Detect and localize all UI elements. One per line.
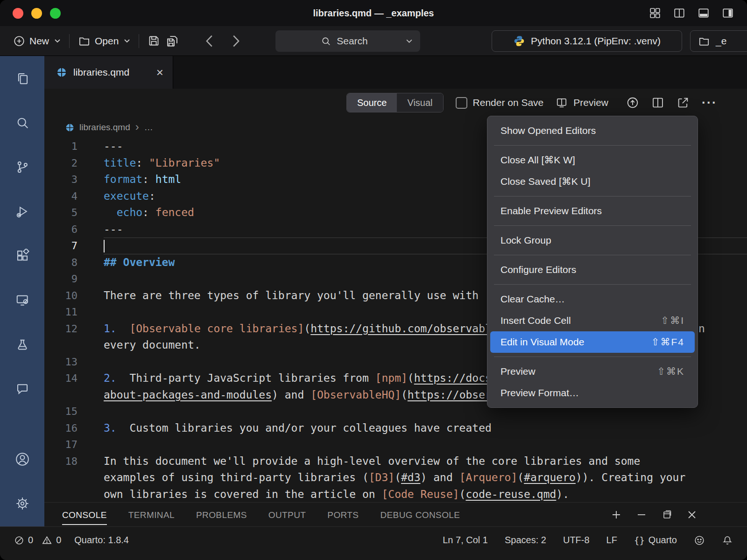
sidebar-item-search[interactable] [0, 100, 44, 145]
notifications-bell-icon[interactable] [722, 535, 733, 546]
code-row[interactable]: 18In this document we'll provide a high-… [44, 453, 747, 470]
new-button[interactable]: New [10, 35, 63, 47]
code-text[interactable]: own libraries is covered in the article … [104, 486, 747, 503]
code-text[interactable] [104, 436, 747, 453]
sidebar-item-connections[interactable] [0, 278, 44, 322]
chevron-down-icon[interactable] [406, 39, 413, 43]
line-number: 13 [44, 354, 104, 371]
tab-strip: libraries.qmd × [44, 56, 747, 89]
more-actions-icon[interactable]: ··· [702, 97, 717, 109]
save-button[interactable] [145, 35, 163, 47]
render-arrow-up-circle-icon[interactable] [626, 96, 639, 109]
tab-libraries-qmd[interactable]: libraries.qmd × [44, 56, 173, 89]
code-token: format [104, 173, 142, 185]
visual-mode-button[interactable]: Visual [397, 93, 443, 112]
code-row[interactable]: examples of using third-party libraries … [44, 469, 747, 486]
menu-item-insert-code-cell[interactable]: Insert Code Cell⇧⌘I [490, 310, 695, 331]
code-token: [Code Reuse] [381, 488, 459, 500]
minimize-panel-icon[interactable] [636, 509, 647, 520]
panel-tab-debug-console[interactable]: DEBUG CONSOLE [380, 504, 460, 525]
feedback-smiley-icon[interactable] [694, 535, 705, 546]
settings-gear-icon[interactable] [0, 481, 44, 525]
menu-item-show-opened-editors[interactable]: Show Opened Editors [490, 120, 695, 141]
source-mode-button[interactable]: Source [347, 93, 397, 112]
code-token: [Observable core libraries] [129, 322, 304, 335]
render-on-save-checkbox[interactable] [456, 97, 467, 109]
code-row[interactable]: 17 [44, 436, 747, 453]
sidebar-item-chat[interactable] [0, 366, 44, 411]
close-window-button[interactable] [13, 8, 23, 19]
preview-button[interactable]: Preview [556, 97, 608, 109]
code-token: ) and [272, 389, 310, 401]
split-editor-icon[interactable] [651, 96, 664, 109]
open-external-icon[interactable] [677, 96, 690, 109]
open-button[interactable]: Open [75, 35, 133, 47]
menu-item-lock-group[interactable]: Lock Group [490, 230, 695, 251]
folder-icon [698, 35, 710, 47]
panel-tab-console[interactable]: CONSOLE [62, 504, 107, 525]
customize-layout-icon[interactable] [649, 7, 661, 19]
search-center: Search [283, 35, 406, 47]
sidebar-item-extensions[interactable] [0, 233, 44, 278]
status-bar: 0 0 Quarto: 1.8.4 Ln 7, Col 1 Spaces: 2 … [0, 526, 747, 560]
zoom-window-button[interactable] [50, 8, 61, 19]
minimize-window-button[interactable] [31, 8, 42, 19]
code-token: ( [408, 372, 414, 384]
code-token: : [149, 190, 155, 202]
maximize-panel-icon[interactable] [661, 509, 672, 520]
menu-item-edit-in-visual-mode[interactable]: Edit in Visual Mode⇧⌘F4 [490, 331, 695, 353]
panel-tab-ports[interactable]: PORTS [327, 504, 359, 525]
menu-item-configure-editors[interactable]: Configure Editors [490, 259, 695, 280]
code-token: There are three types of library you'll … [104, 289, 479, 301]
toggle-panel-icon[interactable] [698, 7, 710, 19]
interpreter-selector[interactable]: Python 3.12.1 (PipEnv: .venv) [492, 30, 682, 52]
breadcrumb-file[interactable]: libraries.qmd [79, 122, 130, 133]
line-number [44, 337, 104, 354]
code-row[interactable]: 163. Custom libraries you and/or your co… [44, 420, 747, 437]
line-number: 16 [44, 420, 104, 437]
cursor-position[interactable]: Ln 7, Col 1 [443, 535, 488, 546]
panel-tab-problems[interactable]: PROBLEMS [196, 504, 247, 525]
menu-item-preview-format[interactable]: Preview Format… [490, 382, 695, 404]
close-tab-icon[interactable]: × [156, 66, 163, 78]
code-row[interactable]: own libraries is covered in the article … [44, 486, 747, 503]
menu-item-preview[interactable]: Preview⇧⌘K [490, 361, 695, 382]
code-token: Custom libraries you and/or your colleag… [117, 422, 492, 434]
menu-item-close-saved-k-u[interactable]: Close Saved [⌘K U] [490, 171, 695, 192]
menu-item-clear-cache[interactable]: Clear Cache… [490, 288, 695, 310]
back-icon[interactable] [204, 35, 214, 48]
code-text[interactable]: In this document we'll provide a high-le… [104, 453, 747, 470]
code-text[interactable]: 3. Custom libraries you and/or your coll… [104, 420, 747, 437]
sidebar-item-run-debug[interactable] [0, 189, 44, 233]
code-token: echo [117, 206, 142, 218]
forward-icon[interactable] [231, 35, 241, 48]
save-all-button[interactable] [163, 35, 182, 48]
panel-tab-output[interactable]: OUTPUT [268, 504, 306, 525]
panel-tab-terminal[interactable]: TERMINAL [128, 504, 175, 525]
quarto-version[interactable]: Quarto: 1.8.4 [74, 535, 129, 546]
toggle-sidebar-icon[interactable] [722, 7, 734, 19]
sidebar-item-source-control[interactable] [0, 145, 44, 189]
new-console-plus-icon[interactable] [611, 509, 622, 520]
code-token: ( [304, 322, 310, 335]
encoding[interactable]: UTF-8 [563, 535, 590, 546]
search-input[interactable]: Search [275, 30, 420, 52]
sidebar-item-explorer[interactable] [0, 56, 44, 100]
eol-selector[interactable]: LF [606, 535, 617, 546]
problems-indicator[interactable]: 0 0 [14, 535, 61, 546]
menu-item-enable-preview-editors[interactable]: Enable Preview Editors [490, 200, 695, 222]
workspace-selector[interactable]: _e [690, 30, 747, 52]
quarto-version-label: Quarto: 1.8.4 [74, 535, 129, 546]
sidebar-item-testing[interactable] [0, 322, 44, 366]
split-columns-icon[interactable] [673, 7, 685, 19]
language-mode[interactable]: {} Quarto [634, 535, 677, 546]
code-token: ( [517, 471, 524, 483]
warning-count: 0 [56, 535, 61, 546]
close-panel-icon[interactable] [686, 509, 698, 520]
account-icon[interactable] [0, 437, 44, 481]
indentation[interactable]: Spaces: 2 [505, 535, 546, 546]
code-text[interactable]: examples of using third-party libraries … [104, 469, 747, 486]
code-token: ( [401, 389, 408, 401]
breadcrumb-ellipsis[interactable]: … [144, 122, 153, 133]
menu-item-close-all-k-w[interactable]: Close All [⌘K W] [490, 149, 695, 171]
